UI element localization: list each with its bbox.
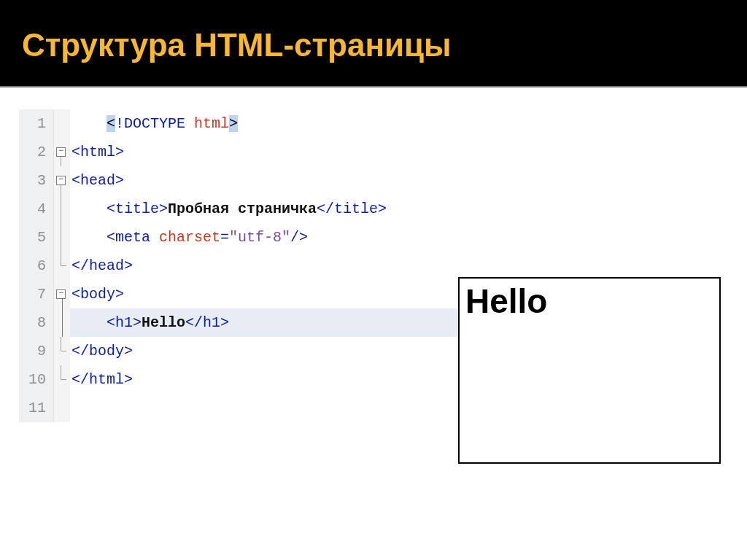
fold-gutter: − xyxy=(54,138,70,166)
code-line[interactable]: 9</body> xyxy=(19,337,464,365)
line-number: 5 xyxy=(19,223,54,252)
code-text[interactable]: <meta charset="utf-8"/> xyxy=(70,223,464,252)
code-text[interactable]: </body> xyxy=(70,337,464,365)
code-text[interactable]: <h1>Hello</h1> xyxy=(70,308,464,337)
code-line[interactable]: 1 <!DOCTYPE html> xyxy=(19,109,464,138)
line-number: 9 xyxy=(19,337,54,365)
line-number: 8 xyxy=(19,308,54,337)
line-number: 6 xyxy=(19,252,54,280)
line-number: 1 xyxy=(19,109,54,138)
code-line[interactable]: 11 xyxy=(19,394,464,422)
fold-gutter xyxy=(54,223,70,252)
fold-gutter xyxy=(54,394,70,422)
code-text[interactable]: </html> xyxy=(70,365,464,394)
fold-toggle-icon[interactable]: − xyxy=(56,176,66,185)
line-number: 3 xyxy=(19,166,54,195)
slide-title-bar: Структура HTML-страницы xyxy=(0,0,747,88)
code-text[interactable]: <html> xyxy=(70,138,464,166)
line-number: 2 xyxy=(19,138,54,166)
fold-toggle-icon[interactable]: − xyxy=(56,147,66,157)
render-preview: Hello xyxy=(458,277,721,464)
code-text[interactable]: <body> xyxy=(70,280,464,308)
slide-title: Структура HTML-страницы xyxy=(22,27,747,63)
line-number: 7 xyxy=(19,280,54,308)
fold-gutter xyxy=(54,365,70,394)
code-text[interactable]: <title>Пробная страничка</title> xyxy=(70,195,464,223)
code-line[interactable]: 8 <h1>Hello</h1> xyxy=(19,308,464,337)
code-editor[interactable]: 1 <!DOCTYPE html>2−<html>3−<head>4 <titl… xyxy=(19,109,464,422)
code-line[interactable]: 5 <meta charset="utf-8"/> xyxy=(19,223,464,252)
fold-gutter xyxy=(54,109,70,138)
fold-gutter xyxy=(54,337,70,365)
line-number: 4 xyxy=(19,195,54,223)
fold-gutter: − xyxy=(54,280,70,308)
line-number: 10 xyxy=(19,365,54,394)
line-number: 11 xyxy=(19,394,54,422)
fold-gutter xyxy=(54,308,70,337)
code-text[interactable]: <head> xyxy=(70,166,464,195)
code-line[interactable]: 3−<head> xyxy=(19,166,464,195)
code-text[interactable]: </head> xyxy=(70,252,464,280)
fold-gutter xyxy=(54,195,70,223)
fold-toggle-icon[interactable]: − xyxy=(56,289,66,299)
code-line[interactable]: 7−<body> xyxy=(19,280,464,308)
fold-gutter xyxy=(54,252,70,280)
preview-heading: Hello xyxy=(465,281,713,321)
fold-gutter: − xyxy=(54,166,70,195)
code-line[interactable]: 2−<html> xyxy=(19,138,464,166)
code-text[interactable]: <!DOCTYPE html> xyxy=(70,109,464,138)
code-line[interactable]: 4 <title>Пробная страничка</title> xyxy=(19,195,464,223)
code-line[interactable]: 10</html> xyxy=(19,365,464,394)
slide-content: 1 <!DOCTYPE html>2−<html>3−<head>4 <titl… xyxy=(0,88,747,444)
code-text[interactable] xyxy=(70,394,464,422)
code-line[interactable]: 6</head> xyxy=(19,252,464,280)
